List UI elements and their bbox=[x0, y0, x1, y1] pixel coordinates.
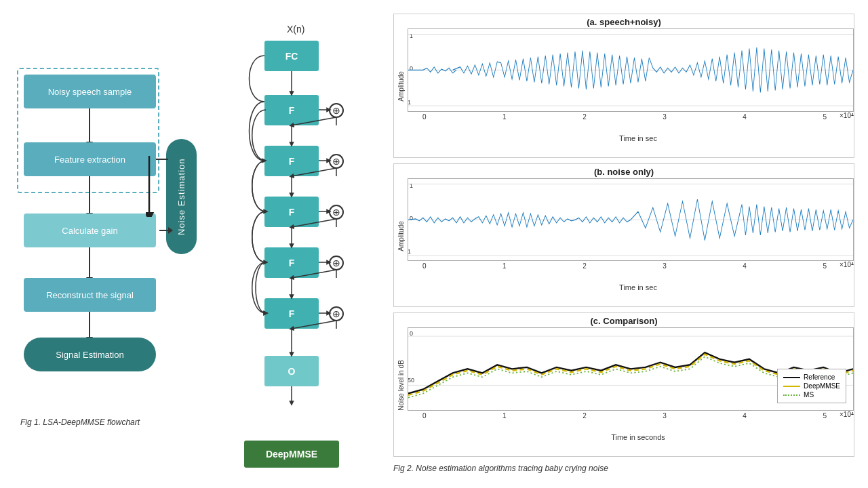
network-diagram: X(n) FC F F F F F O ⊕ ⊕ ⊕ ⊕ ⊕ bbox=[224, 20, 373, 481]
noise-arrow-svg bbox=[146, 149, 180, 217]
chart-a-title: (a. speech+noisy) bbox=[394, 14, 854, 28]
chart-a: (a. speech+noisy) Amplitude 1 0 -1 bbox=[393, 14, 854, 158]
chart-c-xlabel: Time in seconds bbox=[408, 431, 854, 443]
right-panel: (a. speech+noisy) Amplitude 1 0 -1 bbox=[387, 14, 854, 474]
chart-c-body: Noise level in dB 0 -50 bbox=[394, 327, 854, 443]
fig1-caption: Fig 1. LSA-DeepMMSE flowchart bbox=[20, 418, 140, 427]
f1-box: F bbox=[264, 95, 319, 125]
chart-a-xaxis: 012345 ×10⁴ bbox=[408, 112, 854, 132]
plus-1: ⊕ bbox=[329, 103, 344, 118]
legend-ms: MS bbox=[783, 391, 840, 399]
chart-a-inner: 1 0 -1 bbox=[408, 28, 854, 112]
arrow-2 bbox=[89, 176, 90, 214]
chart-b-svg bbox=[408, 179, 853, 261]
chart-b-ylabel: Amplitude bbox=[394, 178, 408, 294]
deepmmse-box: DeepMMSE bbox=[244, 441, 339, 468]
left-panel: Noisy speech sample Feature extraction N… bbox=[14, 14, 217, 474]
plus-4: ⊕ bbox=[329, 256, 344, 270]
legend-deepmmse: DeepMMSE bbox=[783, 382, 840, 390]
xn-label: X(n) bbox=[287, 24, 304, 35]
middle-panel: X(n) FC F F F F F O ⊕ ⊕ ⊕ ⊕ ⊕ bbox=[224, 14, 380, 474]
arrow-3 bbox=[89, 247, 90, 278]
chart-c-xaxis: 012345 ×10⁴ bbox=[408, 411, 854, 431]
chart-b-title: (b. noise only) bbox=[394, 164, 854, 178]
chart-b-inner: 1 0 -1 bbox=[408, 178, 854, 262]
chart-b-body: Amplitude 1 0 -1 bbox=[394, 178, 854, 294]
chart-c-ylabel: Noise level in dB bbox=[394, 327, 408, 443]
noisy-speech-box: Noisy speech sample bbox=[24, 75, 156, 108]
flowchart-area: Noisy speech sample Feature extraction N… bbox=[14, 14, 203, 434]
chart-a-body: Amplitude 1 0 -1 bbox=[394, 28, 854, 144]
chart-a-xlabel: Time in sec bbox=[408, 132, 854, 144]
plus-5: ⊕ bbox=[329, 306, 344, 321]
main-container: Noisy speech sample Feature extraction N… bbox=[0, 0, 868, 488]
feature-extraction-box: Feature extraction bbox=[24, 142, 156, 176]
fc-box: FC bbox=[264, 41, 319, 71]
arrow-4 bbox=[89, 312, 90, 338]
f4-box: F bbox=[264, 247, 319, 278]
fig2-caption: Fig 2. Noise estimation algorithms traci… bbox=[393, 462, 854, 474]
chart-a-svg bbox=[408, 29, 853, 111]
arrow-noise-gain bbox=[159, 230, 169, 231]
chart-b: (b. noise only) Amplitude 1 0 -1 bbox=[393, 163, 854, 308]
f2-box: F bbox=[264, 146, 319, 176]
o-box: O bbox=[264, 356, 319, 386]
plus-3: ⊕ bbox=[329, 205, 344, 220]
legend-reference: Reference bbox=[783, 373, 840, 381]
chart-c-inner: 0 -50 bbox=[408, 327, 854, 411]
chart-c-title: (c. Comparison) bbox=[394, 313, 854, 327]
chart-a-ylabel: Amplitude bbox=[394, 28, 408, 144]
chart-b-xlabel: Time in sec bbox=[408, 281, 854, 293]
reconstruct-box: Reconstruct the signal bbox=[24, 278, 156, 312]
f3-box: F bbox=[264, 197, 319, 227]
chart-c: (c. Comparison) Noise level in dB 0 -50 bbox=[393, 312, 854, 457]
chart-c-legend: Reference DeepMMSE MS bbox=[777, 369, 846, 403]
f5-box: F bbox=[264, 298, 319, 329]
chart-b-xaxis: 012345 ×10⁴ bbox=[408, 261, 854, 281]
arrow-1 bbox=[89, 108, 90, 142]
plus-2: ⊕ bbox=[329, 154, 344, 169]
calculate-gain-box: Calculate gain bbox=[24, 214, 156, 247]
signal-estimation-ellipse: Signal Estimation bbox=[24, 338, 156, 371]
